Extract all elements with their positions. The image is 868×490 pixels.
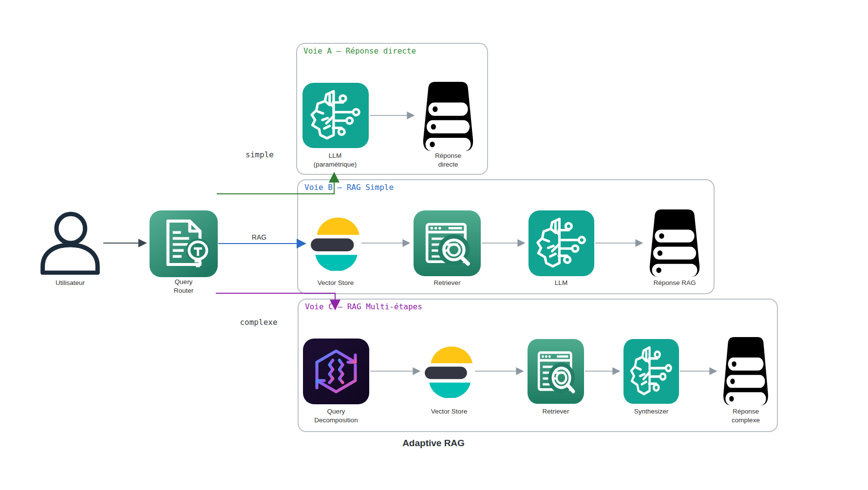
node-utilisateur [39, 211, 101, 275]
vector-store-b-label: Vector Store [287, 279, 384, 287]
browser-search-icon [528, 339, 584, 404]
llm-b-label: LLM [512, 279, 610, 287]
query-decomposition-label: Query Decomposition [287, 407, 385, 425]
server-stack-icon [720, 337, 771, 405]
document-lightbulb-icon [150, 210, 218, 277]
elasticsearch-icon [310, 214, 361, 271]
hex-cycle-icon [303, 339, 369, 404]
reponse-rag-label: Réponse RAG [626, 279, 723, 287]
server-stack-icon [646, 209, 703, 277]
utilisateur-label: Utilisateur [21, 279, 119, 287]
node-query-decomposition [303, 339, 369, 404]
person-icon [39, 211, 101, 275]
node-llm-parametrique [302, 83, 369, 148]
elasticsearch-icon [424, 343, 474, 398]
brain-circuit-icon [302, 83, 369, 148]
brain-circuit-icon [623, 339, 679, 404]
lane-voie-a-title: Voie A — Réponse directe [297, 44, 487, 56]
server-stack-icon [420, 82, 476, 151]
edge-complexe-label: complexe [210, 318, 307, 327]
node-llm-b [528, 210, 594, 276]
diagram-title: Adaptive RAG [336, 438, 531, 449]
node-vector-store-c [424, 343, 474, 398]
retriever-c-label: Retriever [507, 407, 604, 416]
node-reponse-rag [646, 209, 703, 277]
reponse-directe-label: Réponse directe [399, 151, 497, 169]
node-synthesizer [623, 339, 679, 404]
node-query-router [150, 210, 218, 277]
reponse-complexe-label: Réponse complexe [697, 407, 794, 425]
node-retriever-b [414, 210, 481, 276]
synthesizer-label: Synthesizer [603, 407, 700, 416]
edge-rag-label: RAG [210, 233, 308, 241]
brain-circuit-icon [528, 210, 594, 276]
lane-voie-c-title: Voie C — RAG Multi-étapes [299, 300, 777, 312]
node-retriever-c [528, 339, 584, 404]
node-reponse-complexe [720, 337, 771, 405]
query-router-label: Query Router [135, 278, 232, 295]
edge-simple-label: simple [211, 150, 308, 159]
retriever-b-label: Retriever [398, 279, 496, 287]
browser-search-icon [414, 210, 481, 276]
node-reponse-directe [420, 82, 476, 151]
diagram-canvas: Voie A — Réponse directe Voie B — RAG Si… [0, 0, 868, 490]
node-vector-store-b [310, 214, 361, 271]
lane-voie-b-title: Voie B — RAG Simple [298, 180, 714, 192]
vector-store-c-label: Vector Store [400, 407, 498, 416]
